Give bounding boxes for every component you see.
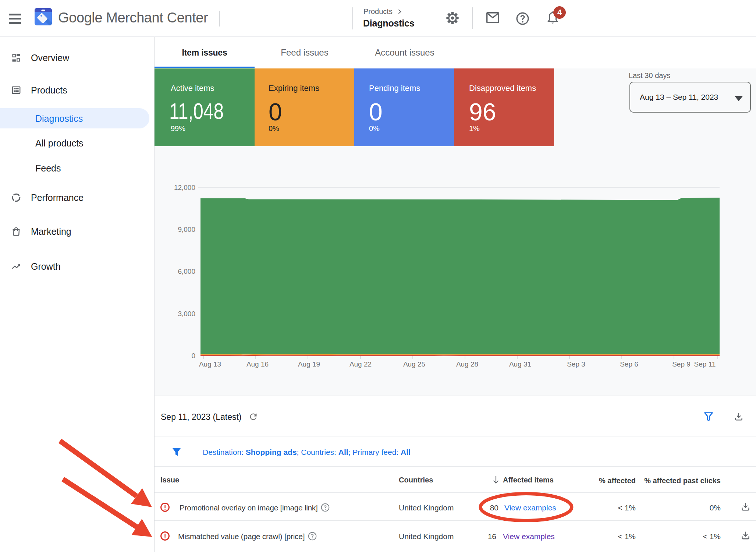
svg-text:Aug 19: Aug 19 [298, 360, 320, 368]
svg-text:12,000: 12,000 [174, 184, 195, 191]
svg-text:Aug 28: Aug 28 [456, 360, 478, 368]
svg-text:Aug 22: Aug 22 [349, 360, 372, 368]
svg-text:Aug 31: Aug 31 [509, 360, 531, 368]
svg-text:Aug 13: Aug 13 [199, 360, 221, 368]
svg-text:3,000: 3,000 [178, 310, 195, 318]
svg-text:6,000: 6,000 [178, 268, 195, 275]
svg-text:Sep 3: Sep 3 [567, 360, 585, 368]
svg-text:Sep 9: Sep 9 [672, 360, 691, 368]
svg-text:Aug 25: Aug 25 [403, 360, 425, 368]
svg-text:Sep 6: Sep 6 [620, 360, 638, 368]
svg-text:Aug 16: Aug 16 [246, 360, 269, 368]
svg-text:9,000: 9,000 [178, 226, 195, 233]
svg-text:0: 0 [191, 352, 195, 360]
svg-text:Sep 11: Sep 11 [694, 360, 716, 368]
